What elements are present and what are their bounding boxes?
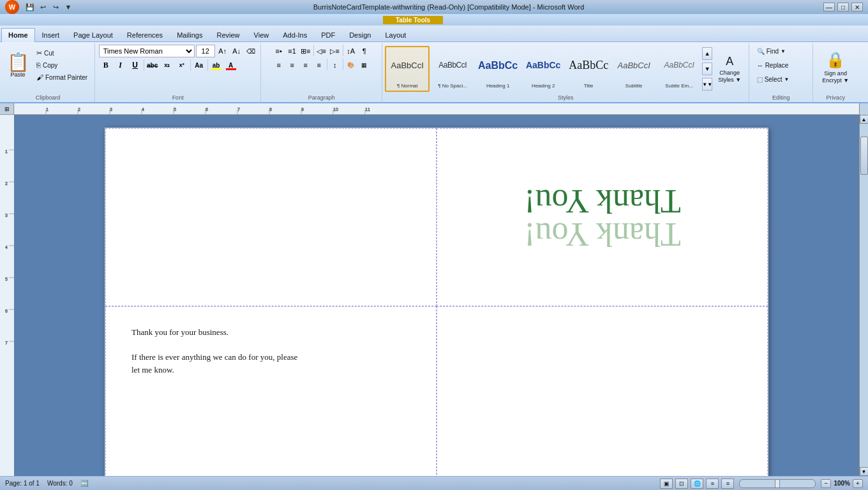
paragraph-group-label: Paragraph [261,94,382,101]
format-separator-2 [190,59,191,71]
document-scroll-area[interactable]: Thank You! Thank You! Thank you for your… [14,115,859,476]
scrollbar-thumb[interactable] [860,137,868,175]
select-dropdown: ▼ [784,77,789,82]
style-no-spacing[interactable]: AaBbCcI ¶ No Spaci... [430,46,475,92]
align-right-button[interactable]: ≡ [299,59,312,71]
subscript-button[interactable]: x₂ [160,59,174,71]
style-heading1[interactable]: AaBbCc Heading 1 [475,46,520,92]
find-icon: 🔍 [757,48,765,55]
cut-button[interactable]: ✂ Cut [33,47,91,59]
tab-home[interactable]: Home [1,28,35,42]
style-heading2[interactable]: AaBbCc Heading 2 [521,46,565,92]
svg-text:11: 11 [365,107,370,112]
draft-view-button[interactable]: ≡ [721,479,734,489]
copy-button[interactable]: ⎘ Copy [33,59,91,71]
tab-insert[interactable]: Insert [35,28,67,42]
thankyou-text-main: Thank You! [524,184,681,218]
tab-page-layout[interactable]: Page Layout [66,28,120,42]
maximize-button[interactable]: □ [837,3,849,11]
tab-layout[interactable]: Layout [378,28,413,42]
save-button[interactable]: 💾 [24,2,36,12]
align-left-button[interactable]: ≡ [273,59,285,71]
superscript-button[interactable]: x² [175,59,189,71]
increase-indent-button[interactable]: ▷≡ [329,45,341,57]
style-subtitle[interactable]: AaBbCcI Subtitle [611,46,656,92]
body-text-3: let me know. [131,364,410,376]
styles-more[interactable]: ▼▼ [702,78,712,91]
decrease-indent-button[interactable]: ◁≡ [315,45,328,57]
para-sep-4 [343,59,343,70]
font-size-input[interactable] [196,45,215,57]
style-subtle-em[interactable]: AaBbCcI Subtle Em... [657,46,701,92]
style-h2-preview: AaBbCc [526,50,560,82]
select-button[interactable]: ⬚ Select ▼ [752,73,810,85]
tab-view[interactable]: View [247,28,276,42]
numbering-button[interactable]: ≡1 [286,45,299,57]
shrink-font-button[interactable]: A↓ [230,45,243,57]
line-spacing-button[interactable]: ↕ [329,59,341,71]
office-button[interactable]: W [5,0,19,14]
cut-label: Cut [44,50,54,57]
editing-group: 🔍 Find ▼ ↔ Replace ⬚ Select ▼ Editing [749,43,813,102]
print-layout-view-button[interactable]: ▣ [660,479,673,489]
tab-review[interactable]: Review [209,28,246,42]
strikethrough-button[interactable]: abc [146,59,160,71]
sign-encrypt-button[interactable]: 🔒 Sign andEncrypt ▼ [818,45,853,91]
ruler-corner[interactable]: ⊞ [0,103,14,115]
outline-view-button[interactable]: ≡ [706,479,719,489]
scrollbar-arrow-up[interactable]: ▲ [860,115,869,124]
change-case-button[interactable]: Aa [192,59,206,71]
replace-button[interactable]: ↔ Replace [752,59,810,71]
font-family-select[interactable]: Times New Roman [99,45,195,57]
borders-button[interactable]: ▦ [358,59,371,71]
show-marks-button[interactable]: ¶ [358,45,371,57]
zoom-slider-thumb[interactable] [775,479,780,488]
bold-button[interactable]: B [99,59,113,71]
grow-font-button[interactable]: A↑ [216,45,229,57]
styles-scroll-down[interactable]: ▼ [702,63,712,75]
web-layout-view-button[interactable]: 🌐 [691,479,703,489]
find-button[interactable]: 🔍 Find ▼ [752,45,810,57]
clear-format-button[interactable]: ⌫ [244,45,257,57]
format-painter-button[interactable]: 🖌 Format Painter [33,71,91,83]
svg-text:3: 3 [110,107,112,112]
svg-text:2: 2 [78,107,80,112]
tab-references[interactable]: References [120,28,170,42]
close-button[interactable]: ✕ [851,3,863,11]
undo-button[interactable]: ↩ [37,2,49,12]
svg-text:4: 4 [5,245,8,249]
zoom-out-button[interactable]: − [821,479,831,488]
zoom-slider[interactable] [739,479,816,488]
vertical-scrollbar[interactable]: ▲ ▼ [859,115,868,476]
svg-rect-0 [14,103,859,115]
tab-design[interactable]: Design [342,28,378,42]
paste-button[interactable]: 📋 Paste [4,45,32,87]
highlight-color-button[interactable]: ab [209,59,223,71]
styles-scroll-up[interactable]: ▲ [702,47,712,60]
style-title[interactable]: AaBbCc Title [566,46,611,92]
font-color-button[interactable]: A [224,59,238,71]
style-normal[interactable]: AaBbCcI ¶ Normal [385,46,430,92]
justify-button[interactable]: ≡ [313,59,326,71]
multilevel-list-button[interactable]: ⊞≡ [299,45,312,57]
tab-pdf[interactable]: PDF [314,28,342,42]
thankyou-text-shadow: Thank You! [524,218,681,251]
tab-mailings[interactable]: Mailings [170,28,209,42]
underline-button[interactable]: U [128,59,142,71]
align-center-button[interactable]: ≡ [286,59,299,71]
bullets-button[interactable]: ≡• [273,45,285,57]
change-styles-button[interactable]: A ChangeStyles ▼ [713,46,746,92]
sort-button[interactable]: ↕A [345,45,357,57]
redo-button[interactable]: ↪ [50,2,61,12]
customize-qa-button[interactable]: ▼ [63,2,74,12]
body-text-1: Thank you for your business. [131,326,410,339]
shading-button[interactable]: 🎨 [345,59,357,71]
full-screen-view-button[interactable]: ⊡ [675,479,688,489]
zoom-in-button[interactable]: + [853,479,863,488]
tab-add-ins[interactable]: Add-Ins [276,28,314,42]
paste-icon: 📋 [7,54,29,71]
minimize-button[interactable]: — [823,3,835,11]
scrollbar-arrow-down[interactable]: ▼ [860,467,869,476]
italic-button[interactable]: I [114,59,128,71]
quadrant-lower-right [437,306,768,476]
